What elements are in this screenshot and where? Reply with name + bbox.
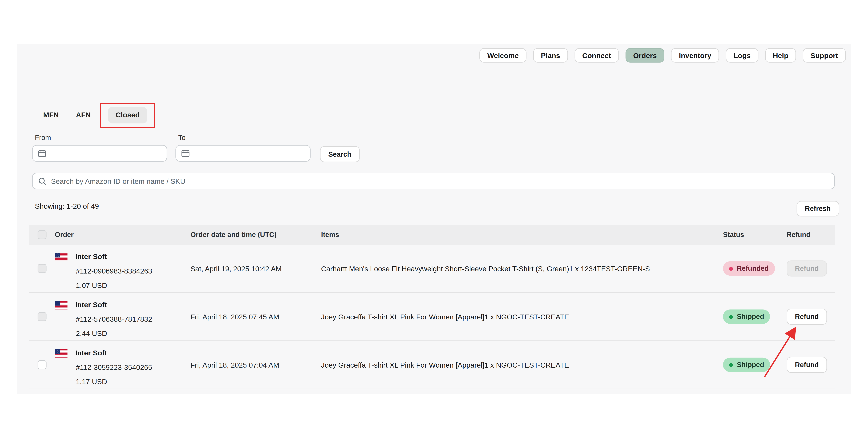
order-items: Joey Graceffa T-shirt XL Pink For Women … — [321, 293, 718, 340]
nav-item-support[interactable]: Support — [803, 48, 846, 63]
scale-wrapper: Welcome Plans Connect Orders Inventory L… — [0, 0, 868, 434]
order-cell: Inter Soft #112-5706388-7817832 2.44 USD — [55, 298, 152, 341]
status-label: Shipped — [737, 361, 764, 369]
status-label: Refunded — [737, 265, 769, 273]
nav-item-orders[interactable]: Orders — [625, 48, 664, 63]
nav-item-help[interactable]: Help — [765, 48, 796, 63]
tab-closed[interactable]: Closed — [108, 106, 147, 123]
search-icon — [38, 177, 46, 185]
showing-count: Showing: 1-20 of 49 — [35, 202, 99, 210]
calendar-icon — [181, 149, 190, 158]
refresh-button[interactable]: Refresh — [797, 201, 839, 216]
order-id: #112-3059223-3540265 — [76, 361, 152, 375]
order-id: #112-5706388-7817832 — [76, 312, 152, 327]
order-items: Carhartt Men's Loose Fit Heavyweight Sho… — [321, 245, 718, 292]
status-dot-icon — [729, 315, 733, 318]
order-cell: Inter Soft #112-3059223-3540265 1.17 USD — [55, 346, 152, 389]
from-date-field[interactable] — [51, 149, 162, 158]
tab-closed-wrap: Closed — [108, 106, 147, 123]
from-date-input[interactable] — [32, 145, 167, 162]
store-name: Inter Soft — [75, 298, 107, 312]
order-search-box — [32, 173, 835, 189]
page: Welcome Plans Connect Orders Inventory L… — [0, 0, 868, 434]
us-flag-icon — [55, 349, 67, 357]
status-dot-icon — [729, 267, 733, 270]
order-amount: 1.17 USD — [76, 375, 152, 389]
to-date-field[interactable] — [194, 149, 305, 158]
status-dot-icon — [729, 363, 733, 367]
status-badge: Shipped — [723, 358, 770, 372]
order-search-input[interactable] — [51, 177, 829, 185]
to-label: To — [178, 134, 186, 142]
order-date: Sat, April 19, 2025 10:42 AM — [190, 245, 282, 292]
refund-button[interactable]: Refund — [787, 357, 827, 373]
row-checkbox[interactable] — [37, 264, 46, 273]
top-nav: Welcome Plans Connect Orders Inventory L… — [479, 48, 846, 63]
search-button[interactable]: Search — [320, 146, 360, 162]
col-date: Order date and time (UTC) — [190, 231, 276, 239]
status-label: Shipped — [737, 313, 764, 321]
order-items: Joey Graceffa T-shirt XL Pink For Women … — [321, 341, 718, 389]
order-id: #112-0906983-8384263 — [76, 264, 152, 279]
tab-mfn[interactable]: MFN — [43, 111, 59, 119]
select-all-checkbox[interactable] — [37, 230, 46, 239]
store-name: Inter Soft — [75, 250, 107, 264]
nav-item-connect[interactable]: Connect — [575, 48, 619, 63]
order-amount: 1.07 USD — [76, 278, 152, 293]
table-header: Order Order date and time (UTC) Items St… — [29, 225, 835, 245]
to-date-input[interactable] — [176, 145, 311, 162]
refund-button[interactable]: Refund — [787, 260, 827, 276]
us-flag-icon — [55, 301, 67, 309]
status-badge: Shipped — [723, 310, 770, 324]
table-row: Inter Soft #112-0906983-8384263 1.07 USD… — [29, 245, 835, 293]
order-cell: Inter Soft #112-0906983-8384263 1.07 USD — [55, 250, 152, 293]
order-date: Fri, April 18, 2025 07:04 AM — [190, 341, 279, 389]
table-row: Inter Soft #112-3059223-3540265 1.17 USD… — [29, 341, 835, 389]
row-checkbox[interactable] — [37, 361, 46, 369]
order-amount: 2.44 USD — [76, 327, 152, 341]
tab-afn[interactable]: AFN — [76, 111, 91, 119]
calendar-icon — [37, 149, 46, 158]
nav-item-logs[interactable]: Logs — [726, 48, 758, 63]
table-row: Inter Soft #112-5706388-7817832 2.44 USD… — [29, 293, 835, 341]
row-checkbox[interactable] — [37, 312, 46, 321]
from-label: From — [35, 134, 51, 142]
col-items: Items — [321, 231, 339, 239]
order-date: Fri, April 18, 2025 07:45 AM — [190, 293, 279, 340]
nav-item-plans[interactable]: Plans — [533, 48, 568, 63]
nav-item-welcome[interactable]: Welcome — [479, 48, 527, 63]
nav-item-inventory[interactable]: Inventory — [671, 48, 719, 63]
status-badge: Refunded — [723, 261, 775, 276]
order-tabs: MFN AFN Closed — [43, 106, 147, 123]
us-flag-icon — [55, 253, 67, 261]
col-refund: Refund — [787, 231, 810, 239]
col-status: Status — [723, 231, 744, 239]
refund-button[interactable]: Refund — [787, 309, 827, 324]
col-order: Order — [55, 231, 73, 239]
store-name: Inter Soft — [75, 346, 107, 361]
